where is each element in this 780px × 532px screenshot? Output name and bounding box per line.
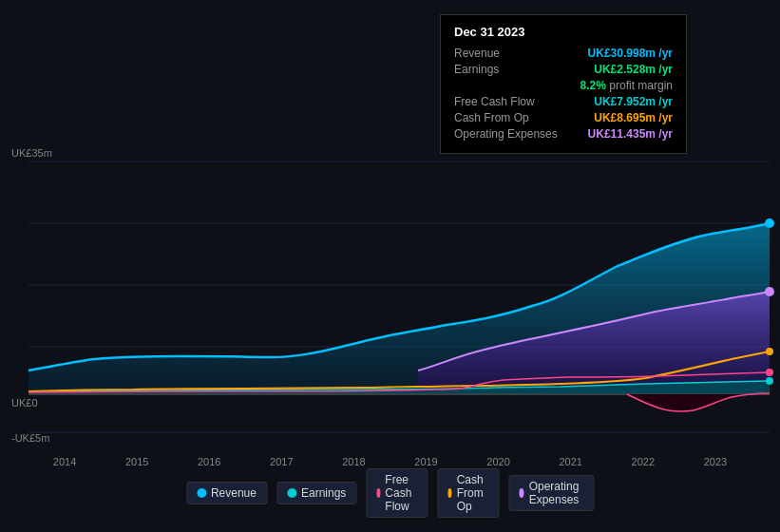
tooltip-row-earnings: Earnings UK£2.528m /yr <box>454 63 673 76</box>
legend-dot-opex <box>519 488 523 498</box>
svg-point-9 <box>766 348 773 355</box>
svg-point-8 <box>766 377 773 385</box>
profit-margin-label: profit margin <box>606 79 673 92</box>
legend-item-cashop[interactable]: Cash From Op <box>437 468 499 518</box>
x-label-2022: 2022 <box>632 456 655 467</box>
x-label-2016: 2016 <box>198 456 220 467</box>
x-label-2019: 2019 <box>414 456 437 467</box>
tooltip-title: Dec 31 2023 <box>454 25 673 39</box>
svg-point-7 <box>765 287 774 296</box>
x-label-2023: 2023 <box>704 456 727 467</box>
legend-label-revenue: Revenue <box>211 486 257 500</box>
legend-label-earnings: Earnings <box>301 486 346 500</box>
legend-item-earnings[interactable]: Earnings <box>276 482 356 504</box>
tooltip-row-cashop: Cash From Op UK£8.695m /yr <box>454 111 673 124</box>
fcf-label: Free Cash Flow <box>454 95 559 108</box>
legend-item-opex[interactable]: Operating Expenses <box>508 475 594 511</box>
legend-label-cashop: Cash From Op <box>457 473 489 513</box>
legend-label-opex: Operating Expenses <box>529 480 583 506</box>
profit-margin-row: 8.2% profit margin <box>454 79 673 92</box>
svg-point-10 <box>766 369 773 376</box>
tooltip-row-revenue: Revenue UK£30.998m /yr <box>454 47 673 60</box>
revenue-label: Revenue <box>454 47 559 60</box>
x-axis: 2014 2015 2016 2017 2018 2019 2020 2021 … <box>0 456 780 467</box>
legend-dot-cashop <box>447 488 451 498</box>
x-label-2017: 2017 <box>270 456 293 467</box>
cashop-label: Cash From Op <box>454 111 559 124</box>
x-label-2014: 2014 <box>53 456 76 467</box>
earnings-value: UK£2.528m /yr <box>594 63 673 76</box>
tooltip-row-fcf: Free Cash Flow UK£7.952m /yr <box>454 95 673 108</box>
legend-dot-fcf <box>376 488 380 498</box>
legend-item-revenue[interactable]: Revenue <box>186 482 267 504</box>
chart-legend: Revenue Earnings Free Cash Flow Cash Fro… <box>186 468 594 518</box>
profit-margin-pct: 8.2% <box>580 79 606 92</box>
cashop-value: UK£8.695m /yr <box>594 111 673 124</box>
revenue-value: UK£30.998m /yr <box>588 47 673 60</box>
legend-dot-earnings <box>287 488 296 498</box>
x-label-2015: 2015 <box>125 456 148 467</box>
opex-label: Operating Expenses <box>454 127 559 141</box>
legend-dot-revenue <box>197 488 206 498</box>
legend-label-fcf: Free Cash Flow <box>385 473 417 513</box>
legend-item-fcf[interactable]: Free Cash Flow <box>366 468 428 518</box>
x-label-2018: 2018 <box>342 456 365 467</box>
x-label-2021: 2021 <box>559 456 581 467</box>
earnings-label: Earnings <box>454 63 559 76</box>
opex-value: UK£11.435m /yr <box>588 127 673 141</box>
tooltip-card: Dec 31 2023 Revenue UK£30.998m /yr Earni… <box>440 14 687 154</box>
x-label-2020: 2020 <box>486 456 509 467</box>
chart-svg <box>0 152 780 475</box>
tooltip-row-opex: Operating Expenses UK£11.435m /yr <box>454 127 673 141</box>
fcf-value: UK£7.952m /yr <box>594 95 673 108</box>
svg-point-6 <box>765 218 774 228</box>
